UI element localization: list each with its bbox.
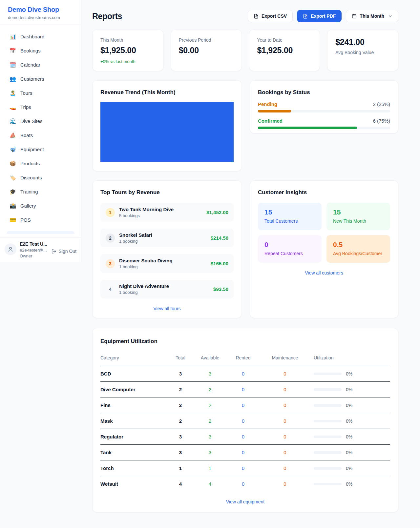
sidebar-user-footer: E2E Test U... e2e-tester@... Owner Sign …	[0, 237, 81, 262]
sidebar-item-label: Equipment	[20, 146, 44, 153]
customer-insights-title: Customer Insights	[258, 189, 390, 196]
insight-avg-bookings: 0.5 Avg Bookings/Customer	[326, 235, 390, 263]
cell-maintenance: 0	[261, 445, 309, 460]
stat-card-avg-booking-value: $241.00 Avg Booking Value	[327, 30, 398, 71]
export-pdf-label: Export PDF	[311, 13, 336, 19]
cell-total: 3	[166, 445, 195, 460]
sign-out-button[interactable]: Sign Out	[52, 249, 76, 254]
speedboat-icon: 🚤	[9, 103, 16, 111]
bookings-by-status-card: Bookings by Status Pending 2 (25%) Confi…	[250, 80, 398, 133]
utilization-percent: 0%	[346, 403, 352, 408]
table-row: Regulator 3 3 0 0 0%	[100, 429, 390, 445]
rank-badge: 1	[106, 208, 115, 217]
table-row: Dive Computer 2 2 0 0 0%	[100, 382, 390, 397]
cell-total: 2	[166, 397, 195, 413]
table-row: Mask 2 2 0 0 0%	[100, 413, 390, 429]
tour-revenue: $165.00	[211, 261, 228, 266]
utilization-track	[314, 467, 342, 470]
sidebar-item-customers[interactable]: 👥 Customers	[5, 72, 76, 86]
header-actions: Export CSV Export PDF This Month	[248, 10, 398, 22]
sidebar: Demo Dive Shop demo.test.divestreams.com…	[0, 0, 81, 262]
utilization-percent: 0%	[346, 466, 352, 471]
view-all-customers-link[interactable]: View all customers	[258, 270, 390, 275]
tour-row: 1 Two Tank Morning Dive 5 bookings $1,45…	[100, 203, 234, 222]
sidebar-item-bookings[interactable]: 📅 Bookings	[5, 44, 76, 58]
stat-label: Avg Booking Value	[335, 50, 390, 55]
utilization-track	[314, 436, 342, 438]
cell-total: 3	[166, 429, 195, 445]
sidebar-item-reports-active-partial[interactable]	[7, 231, 74, 234]
insight-label: New This Month	[333, 218, 384, 224]
user-role: Owner	[20, 254, 48, 258]
period-dropdown[interactable]: This Month	[346, 10, 398, 22]
cell-category: Tank	[100, 445, 166, 460]
cell-available: 2	[195, 413, 225, 429]
view-all-tours-link[interactable]: View all tours	[100, 306, 234, 311]
tour-bookings: 1 booking	[119, 264, 206, 269]
sidebar-item-products[interactable]: 📦 Products	[5, 156, 76, 171]
cell-total: 1	[166, 460, 195, 476]
cell-available: 4	[195, 476, 225, 492]
sidebar-item-training[interactable]: 🎓 Training	[5, 185, 76, 199]
sidebar-item-boats[interactable]: ⛵ Boats	[5, 128, 76, 142]
export-pdf-button[interactable]: Export PDF	[297, 10, 342, 22]
cell-available: 3	[195, 445, 225, 460]
page-header: Reports Export CSV Export PDF This Month	[92, 10, 398, 22]
sidebar-item-calendar[interactable]: 🗓️ Calendar	[5, 58, 76, 72]
sidebar-item-pos[interactable]: 💳 POS	[5, 213, 76, 227]
file-download-icon	[254, 14, 259, 19]
cell-maintenance: 0	[261, 382, 309, 397]
user-info: E2E Test U... e2e-tester@... Owner	[20, 241, 48, 258]
cell-available: 1	[195, 460, 225, 476]
sidebar-item-dive-sites[interactable]: 🌊 Dive Sites	[5, 114, 76, 128]
cell-category: Wetsuit	[100, 476, 166, 492]
tour-row: 4 Night Dive Adventure 1 booking $93.50	[100, 280, 234, 298]
island-icon: 🏝️	[9, 89, 16, 97]
status-row-pending: Pending 2 (25%)	[258, 101, 390, 112]
sidebar-item-label: Discounts	[20, 174, 42, 181]
stat-value: $0.00	[179, 46, 234, 55]
stats-row: This Month $1,925.00 +0% vs last month P…	[92, 30, 398, 71]
sidebar-item-tours[interactable]: 🏝️ Tours	[5, 86, 76, 100]
table-row: Tank 3 3 0 0 0%	[100, 445, 390, 460]
revenue-trend-chart	[100, 102, 234, 162]
cell-total: 3	[166, 366, 195, 382]
utilization-percent: 0%	[346, 418, 352, 424]
main-content: Reports Export CSV Export PDF This Month…	[92, 0, 398, 512]
sidebar-item-equipment[interactable]: 🤿 Equipment	[5, 142, 76, 156]
charts-row: Revenue Trend (This Month) Bookings by S…	[92, 80, 398, 171]
sidebar-item-label: Gallery	[20, 202, 36, 210]
sidebar-item-discounts[interactable]: 🏷️ Discounts	[5, 171, 76, 185]
tour-bookings: 5 bookings	[119, 213, 202, 218]
revenue-trend-title: Revenue Trend (This Month)	[100, 89, 234, 96]
dive-mask-icon: 🤿	[9, 146, 16, 153]
sidebar-item-trips[interactable]: 🚤 Trips	[5, 100, 76, 114]
stat-label: This Month	[100, 37, 155, 43]
cell-rented: 0	[225, 382, 261, 397]
cell-rented: 0	[225, 460, 261, 476]
cell-maintenance: 0	[261, 429, 309, 445]
cell-rented: 0	[225, 366, 261, 382]
sidebar-item-label: Dashboard	[20, 33, 44, 40]
tour-name: Discover Scuba Diving	[119, 258, 206, 263]
page-title: Reports	[92, 11, 122, 21]
sidebar-item-gallery[interactable]: 📸 Gallery	[5, 199, 76, 213]
export-csv-button[interactable]: Export CSV	[248, 10, 293, 22]
stat-card-this-month: This Month $1,925.00 +0% vs last month	[92, 30, 163, 71]
utilization-track	[314, 483, 342, 485]
cell-available: 3	[195, 366, 225, 382]
utilization-track	[314, 420, 342, 422]
sidebar-item-dashboard[interactable]: 📊 Dashboard	[5, 30, 76, 44]
equipment-utilization-card: Equipment Utilization Category Total Ava…	[92, 328, 398, 512]
insight-label: Total Customers	[264, 218, 315, 224]
view-all-equipment-link[interactable]: View all equipment	[100, 499, 390, 504]
insight-value: 15	[264, 208, 315, 216]
sidebar-item-label: Customers	[20, 75, 44, 83]
tour-revenue: $214.50	[211, 235, 228, 241]
camera-icon: 📸	[9, 202, 16, 210]
table-header-row: Category Total Available Rented Maintena…	[100, 353, 390, 366]
mid-row: Top Tours by Revenue 1 Two Tank Morning …	[92, 180, 398, 318]
status-row-confirmed: Confirmed 6 (75%)	[258, 118, 390, 129]
user-name: E2E Test U...	[20, 241, 48, 247]
tag-icon: 🏷️	[9, 174, 16, 181]
